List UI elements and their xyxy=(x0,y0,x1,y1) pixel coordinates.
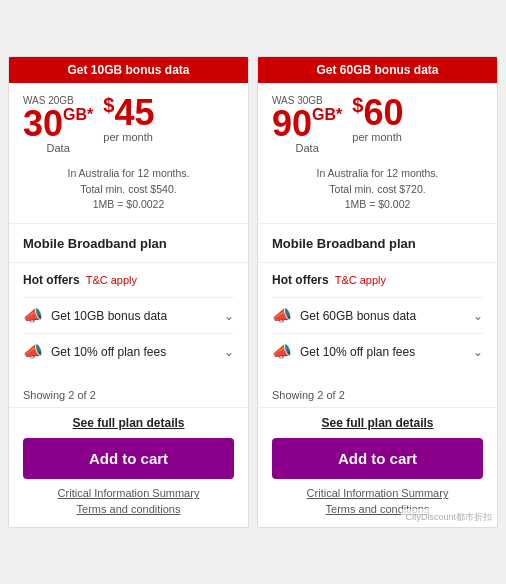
info-line2-1: Total min. cost $720. xyxy=(272,182,483,198)
data-label-1: Data xyxy=(272,142,342,154)
data-amount-row-0: 30 GB* xyxy=(23,106,93,142)
tnc-link-0[interactable]: T&C apply xyxy=(86,274,137,286)
data-amount-0: 30 xyxy=(23,106,63,142)
chevron-icon-0-1: ⌄ xyxy=(224,345,234,359)
megaphone-icon-1-0: 📣 xyxy=(272,306,292,325)
offer-text-0-0: Get 10GB bonus data xyxy=(51,309,167,323)
offers-section-1: Hot offers T&C apply 📣 Get 60GB bonus da… xyxy=(258,263,497,379)
offer-text-1-0: Get 60GB bonus data xyxy=(300,309,416,323)
hot-offers-row-1: Hot offers T&C apply xyxy=(272,273,483,287)
chevron-icon-1-1: ⌄ xyxy=(473,345,483,359)
offer-item-0-0[interactable]: 📣 Get 10GB bonus data ⌄ xyxy=(23,297,234,333)
data-amount-1: 90 xyxy=(272,106,312,142)
see-full-link-1[interactable]: See full plan details xyxy=(321,416,433,430)
per-month-0: per month xyxy=(103,131,153,143)
price-block-1: $ 60 per month xyxy=(352,95,403,143)
data-unit-0: GB* xyxy=(63,106,93,124)
critical-info-link-0[interactable]: Critical Information Summary xyxy=(58,487,200,499)
plan-type-label-0: Mobile Broadband plan xyxy=(23,236,167,251)
offer-left-1-1: 📣 Get 10% off plan fees xyxy=(272,342,415,361)
offer-left-1-0: 📣 Get 60GB bonus data xyxy=(272,306,416,325)
info-section-0: In Australia for 12 months. Total min. c… xyxy=(9,162,248,224)
add-to-cart-button-0[interactable]: Add to cart xyxy=(23,438,234,479)
megaphone-icon-0-0: 📣 xyxy=(23,306,43,325)
data-block-1: WAS 30GB 90 GB* Data xyxy=(272,95,342,154)
info-line1-1: In Australia for 12 months. xyxy=(272,166,483,182)
price-dollar-0: $ xyxy=(103,95,114,115)
megaphone-icon-0-1: 📣 xyxy=(23,342,43,361)
plan-type-section-1: Mobile Broadband plan xyxy=(258,224,497,263)
chevron-icon-1-0: ⌄ xyxy=(473,309,483,323)
offer-text-1-1: Get 10% off plan fees xyxy=(300,345,415,359)
info-line3-0: 1MB = $0.0022 xyxy=(23,197,234,213)
price-row-1: $ 60 xyxy=(352,95,403,131)
price-dollar-1: $ xyxy=(352,95,363,115)
offer-text-0-1: Get 10% off plan fees xyxy=(51,345,166,359)
hot-offers-row-0: Hot offers T&C apply xyxy=(23,273,234,287)
plan-card-1: Get 60GB bonus data WAS 30GB 90 GB* Data… xyxy=(257,56,498,528)
price-section-1: WAS 30GB 90 GB* Data $ 60 per month xyxy=(258,83,497,162)
tnc-link-1[interactable]: T&C apply xyxy=(335,274,386,286)
hot-offers-label-0: Hot offers xyxy=(23,273,80,287)
plans-container: Get 10GB bonus data WAS 20GB 30 GB* Data… xyxy=(0,48,506,536)
offer-item-1-1[interactable]: 📣 Get 10% off plan fees ⌄ xyxy=(272,333,483,369)
info-section-1: In Australia for 12 months. Total min. c… xyxy=(258,162,497,224)
data-unit-1: GB* xyxy=(312,106,342,124)
offer-left-0-0: 📣 Get 10GB bonus data xyxy=(23,306,167,325)
data-label-0: Data xyxy=(23,142,93,154)
offer-item-1-0[interactable]: 📣 Get 60GB bonus data ⌄ xyxy=(272,297,483,333)
price-section-0: WAS 20GB 30 GB* Data $ 45 per month xyxy=(9,83,248,162)
data-block-0: WAS 20GB 30 GB* Data xyxy=(23,95,93,154)
info-line3-1: 1MB = $0.002 xyxy=(272,197,483,213)
footer-links-0: Critical Information Summary Terms and c… xyxy=(58,487,200,515)
watermark: CityDiscount都市折扣 xyxy=(401,509,496,526)
offer-left-0-1: 📣 Get 10% off plan fees xyxy=(23,342,166,361)
banner-0: Get 10GB bonus data xyxy=(9,57,248,83)
plan-card-0: Get 10GB bonus data WAS 20GB 30 GB* Data… xyxy=(8,56,249,528)
price-amount-1: 60 xyxy=(363,95,403,131)
price-block-0: $ 45 per month xyxy=(103,95,154,143)
price-row-0: $ 45 xyxy=(103,95,154,131)
offer-item-0-1[interactable]: 📣 Get 10% off plan fees ⌄ xyxy=(23,333,234,369)
offers-section-0: Hot offers T&C apply 📣 Get 10GB bonus da… xyxy=(9,263,248,379)
see-full-link-0[interactable]: See full plan details xyxy=(72,416,184,430)
hot-offers-label-1: Hot offers xyxy=(272,273,329,287)
megaphone-icon-1-1: 📣 xyxy=(272,342,292,361)
showing-row-1: Showing 2 of 2 xyxy=(258,379,497,407)
price-amount-0: 45 xyxy=(114,95,154,131)
showing-row-0: Showing 2 of 2 xyxy=(9,379,248,407)
plan-type-section-0: Mobile Broadband plan xyxy=(9,224,248,263)
terms-link-0[interactable]: Terms and conditions xyxy=(77,503,181,515)
add-to-cart-button-1[interactable]: Add to cart xyxy=(272,438,483,479)
info-line1-0: In Australia for 12 months. xyxy=(23,166,234,182)
plan-type-label-1: Mobile Broadband plan xyxy=(272,236,416,251)
footer-section-0: See full plan details Add to cart Critic… xyxy=(9,407,248,527)
per-month-1: per month xyxy=(352,131,402,143)
info-line2-0: Total min. cost $540. xyxy=(23,182,234,198)
banner-1: Get 60GB bonus data xyxy=(258,57,497,83)
chevron-icon-0-0: ⌄ xyxy=(224,309,234,323)
critical-info-link-1[interactable]: Critical Information Summary xyxy=(307,487,449,499)
data-amount-row-1: 90 GB* xyxy=(272,106,342,142)
